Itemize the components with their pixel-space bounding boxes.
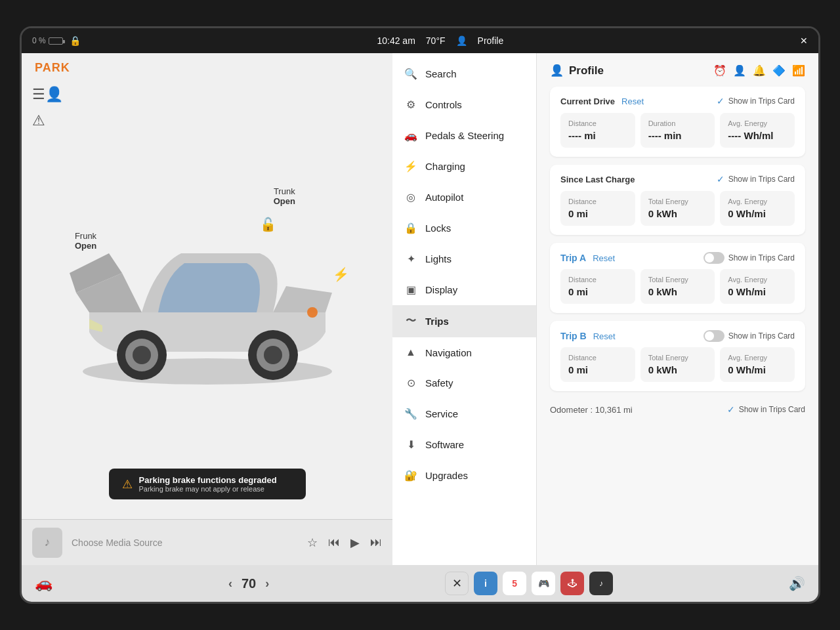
next-track-icon[interactable]: ⏭ [370, 536, 382, 549]
lights-icon: ✦ [404, 253, 417, 265]
charging-bolt-icon: ⚡ [333, 266, 349, 282]
menu-locks-label: Locks [425, 222, 451, 234]
charging-icon: ⚡ [404, 160, 417, 173]
app-arcade-button[interactable]: 🕹 [560, 572, 584, 595]
navigation-icon: ▲ [404, 346, 417, 358]
odometer-text: Odometer : 10,361 mi [550, 405, 633, 415]
trip-b-header: Trip B Reset Show in Trips Card [560, 330, 795, 342]
menu-item-software[interactable]: ⬇ Software [392, 429, 536, 460]
app-close-button[interactable]: ✕ [445, 572, 469, 595]
trip-b-total-energy-label: Total Energy [648, 354, 707, 362]
menu-item-lights[interactable]: ✦ Lights [392, 243, 536, 274]
signal-icon[interactable]: 📶 [792, 64, 805, 77]
trip-b-total-energy: Total Energy 0 kWh [640, 347, 715, 382]
right-section: 🔍 Search ⚙ Controls 🚗 Pedals & Steering … [392, 53, 818, 565]
person-icon[interactable]: 👤 [733, 64, 746, 77]
top-bar: 0 % 🔒 10:42 am 70°F 👤 Profile ✕ [22, 28, 818, 53]
trip-b-avg-energy: Avg. Energy 0 Wh/mi [720, 347, 795, 382]
menu-item-search[interactable]: 🔍 Search [392, 58, 536, 89]
menu-pedals-label: Pedals & Steering [425, 130, 504, 141]
menu-navigation-label: Navigation [425, 347, 472, 358]
trip-a-avg-energy-value: 0 Wh/mi [728, 286, 787, 297]
trip-a-card: Trip A Reset Show in Trips Card Distance… [550, 243, 805, 313]
profile-title: 👤 Profile [550, 64, 604, 77]
slc-distance-label: Distance [568, 198, 627, 205]
trip-b-avg-energy-value: 0 Wh/mi [728, 364, 787, 375]
car-svg-container: Frunk Open Trunk Open 🔓 ⚡ [50, 161, 365, 411]
odometer-value: 10,361 mi [595, 405, 633, 415]
menu-item-pedals[interactable]: 🚗 Pedals & Steering [392, 120, 536, 151]
prev-track-icon[interactable]: ⏮ [328, 536, 340, 549]
slc-total-energy-value: 0 kWh [648, 208, 707, 219]
trip-a-stats: Distance 0 mi Total Energy 0 kWh Avg. En… [560, 269, 795, 304]
trip-b-avg-energy-label: Avg. Energy [728, 354, 787, 362]
menu-lights-label: Lights [425, 253, 452, 264]
bottom-bar: 🚗 ‹ 70 › ✕ i 5 🎮 🕹 ♪ 🔊 [22, 565, 818, 602]
media-source-label[interactable]: Choose Media Source [72, 537, 298, 548]
menu-charging-label: Charging [425, 161, 465, 172]
alarm-icon[interactable]: ⏰ [713, 64, 726, 77]
trip-a-avg-energy-label: Avg. Energy [728, 276, 787, 284]
trunk-unlock-icon: 🔓 [260, 217, 276, 232]
trip-b-reset[interactable]: Reset [593, 331, 616, 341]
trip-a-label: Trip A [560, 253, 586, 263]
slc-avg-energy: Avg. Energy 0 Wh/mi [720, 191, 795, 226]
slc-distance-value: 0 mi [568, 208, 627, 219]
svg-point-7 [264, 346, 282, 364]
profile-panel: 👤 Profile ⏰ 👤 🔔 🔷 📶 Curr [537, 53, 818, 565]
top-bar-left: 0 % 🔒 [32, 35, 81, 46]
menu-item-autopilot[interactable]: ◎ Autopilot [392, 182, 536, 213]
car-svg [50, 161, 365, 411]
upgrades-icon: 🔐 [404, 469, 417, 482]
warning-text: Parking brake functions degraded Parking… [139, 475, 277, 493]
app-games-button[interactable]: 🎮 [532, 572, 555, 595]
menu-item-safety[interactable]: ⊙ Safety [392, 368, 536, 398]
trip-a-total-energy-label: Total Energy [648, 276, 707, 284]
favorite-icon[interactable]: ☆ [307, 536, 318, 550]
menu-item-navigation[interactable]: ▲ Navigation [392, 337, 536, 368]
bell-icon[interactable]: 🔔 [753, 64, 766, 77]
current-drive-reset[interactable]: Reset [621, 96, 644, 106]
current-drive-title: Current Drive [560, 96, 615, 106]
since-last-charge-stats: Distance 0 mi Total Energy 0 kWh Avg. En… [560, 191, 795, 226]
volume-icon[interactable]: 🔊 [789, 576, 805, 591]
close-icon[interactable]: ✕ [800, 35, 808, 46]
current-drive-duration-label: Duration [648, 119, 707, 127]
menu-item-trips[interactable]: 〜 Trips [392, 305, 536, 337]
profile-icon-top: 👤 [456, 35, 467, 46]
warning-bar: ⚠ Parking brake functions degraded Parki… [109, 469, 306, 499]
menu-item-locks[interactable]: 🔒 Locks [392, 213, 536, 243]
trip-a-toggle[interactable] [704, 252, 724, 264]
app-music-button[interactable]: ♪ [589, 572, 613, 595]
trip-a-reset[interactable]: Reset [593, 253, 615, 263]
play-icon[interactable]: ▶ [350, 536, 360, 550]
trip-b-distance-label: Distance [568, 354, 627, 362]
trip-b-card: Trip B Reset Show in Trips Card Distance… [550, 321, 805, 391]
clock: 10:42 am [377, 35, 415, 46]
temp-decrease-button[interactable]: ‹ [228, 577, 232, 591]
trip-a-header: Trip A Reset Show in Trips Card [560, 252, 795, 264]
svg-point-4 [133, 346, 151, 364]
locks-icon: 🔒 [404, 222, 417, 234]
autopilot-icon: ◎ [404, 191, 417, 203]
bluetooth-icon[interactable]: 🔷 [772, 64, 786, 77]
menu-item-charging[interactable]: ⚡ Charging [392, 151, 536, 182]
current-drive-avg-energy-label: Avg. Energy [728, 119, 787, 127]
current-drive-show-label: Show in Trips Card [728, 96, 795, 106]
menu-item-upgrades[interactable]: 🔐 Upgrades [392, 460, 536, 491]
car-area: Frunk Open Trunk Open 🔓 ⚡ [22, 53, 392, 519]
menu-item-service[interactable]: 🔧 Service [392, 398, 536, 429]
current-drive-distance-label: Distance [568, 119, 627, 127]
since-last-charge-title: Since Last Charge [560, 175, 635, 184]
menu-item-display[interactable]: ▣ Display [392, 274, 536, 305]
svg-point-8 [307, 307, 318, 318]
trip-b-toggle[interactable] [704, 330, 724, 342]
slc-avg-energy-label: Avg. Energy [728, 198, 787, 205]
app-info-button[interactable]: i [474, 572, 497, 595]
odometer-label: Odometer : [550, 405, 593, 415]
temp-increase-button[interactable]: › [265, 577, 269, 591]
frunk-label: Frunk Open [75, 231, 96, 251]
media-album-art[interactable]: ♪ [32, 528, 62, 558]
menu-item-controls[interactable]: ⚙ Controls [392, 89, 536, 120]
app-calendar-button[interactable]: 5 [503, 572, 526, 595]
